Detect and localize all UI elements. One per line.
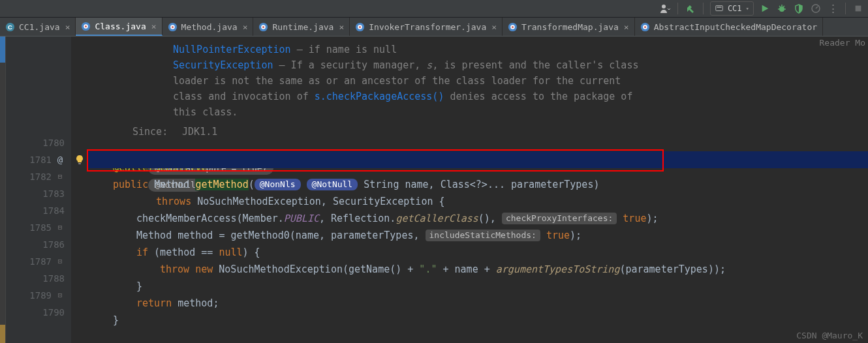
- svg-point-27: [512, 26, 514, 28]
- margin-icons: [71, 37, 88, 343]
- fold-icon[interactable]: ⊟: [55, 219, 65, 236]
- run-icon[interactable]: [759, 3, 771, 14]
- svg-rect-31: [78, 163, 81, 164]
- param-hint: includeStaticMethods:: [426, 230, 540, 241]
- svg-point-0: [662, 5, 666, 8]
- svg-rect-1: [716, 6, 723, 11]
- tab-label: Runtime.java: [272, 22, 333, 32]
- svg-text:C: C: [8, 24, 12, 31]
- gutter: 1780 1781@ 1782⊟ 1783 1784 1785⊟ 1786 17…: [6, 37, 71, 343]
- close-icon[interactable]: ×: [491, 22, 497, 32]
- intention-bulb-icon[interactable]: [74, 154, 85, 166]
- param-hint: checkProxyInterfaces:: [502, 213, 617, 224]
- param-hint: @NotNull: [307, 179, 358, 190]
- reader-mode-label[interactable]: Reader Mo: [820, 38, 865, 48]
- tab-label: Class.java: [95, 22, 146, 31]
- svg-rect-2: [717, 7, 721, 7]
- javadoc-rendered: NullPointerException – if name is null S…: [88, 37, 868, 142]
- stop-icon[interactable]: [852, 3, 864, 14]
- tab-abstractinput[interactable]: AbstractInputCheckedMapDecorator: [635, 18, 823, 36]
- fold-icon[interactable]: ⊟: [55, 168, 65, 185]
- profile-icon[interactable]: [810, 3, 822, 14]
- left-stripe: [0, 37, 6, 343]
- close-icon[interactable]: ×: [65, 22, 70, 32]
- debug-icon[interactable]: [776, 3, 788, 14]
- fold-end-icon[interactable]: ⊡: [55, 253, 65, 270]
- svg-rect-10: [856, 6, 861, 12]
- close-icon[interactable]: ×: [151, 22, 157, 31]
- close-icon[interactable]: ×: [243, 22, 248, 32]
- tab-label: TransformedMap.java: [521, 22, 619, 32]
- param-hint: @NonNls: [255, 179, 301, 190]
- svg-point-21: [262, 26, 264, 28]
- close-icon[interactable]: ×: [339, 22, 344, 32]
- run-config-label: CC1: [728, 4, 742, 13]
- tab-class[interactable]: Class.java ×: [76, 18, 162, 36]
- code-editor[interactable]: 1780 1781@ 1782⊟ 1783 1784 1785⊟ 1786 17…: [0, 37, 868, 343]
- chevron-down-icon: ▾: [746, 5, 749, 12]
- more-icon[interactable]: ⋮: [827, 3, 839, 14]
- user-icon[interactable]: [659, 3, 671, 14]
- svg-point-30: [644, 26, 646, 28]
- watermark: CSDN @Mauro_K: [796, 331, 863, 340]
- tab-transformedmap[interactable]: TransformedMap.java ×: [503, 18, 635, 36]
- fold-end-icon[interactable]: ⊡: [55, 287, 65, 304]
- svg-point-24: [359, 26, 361, 28]
- code-area[interactable]: NullPointerException – if name is null S…: [88, 37, 868, 343]
- tab-label: Method.java: [181, 22, 238, 32]
- method-name: getMethod: [195, 179, 248, 190]
- svg-line-7: [779, 6, 781, 7]
- svg-line-8: [783, 6, 784, 7]
- main-toolbar: CC1 ▾ ⋮: [0, 0, 868, 18]
- build-hammer-icon[interactable]: [685, 3, 696, 14]
- editor-tabs: C CC1.java × Class.java × Method.java × …: [0, 18, 868, 37]
- close-icon[interactable]: ×: [624, 22, 629, 32]
- caret-line-highlight: [88, 151, 868, 168]
- tab-label: AbstractInputCheckedMapDecorator: [654, 22, 817, 32]
- tab-runtime[interactable]: Runtime.java ×: [253, 18, 350, 36]
- tab-cc1[interactable]: C CC1.java ×: [0, 18, 76, 36]
- tab-method[interactable]: Method.java ×: [163, 18, 254, 36]
- tab-label: InvokerTransformer.java: [369, 22, 486, 32]
- tab-invoker[interactable]: InvokerTransformer.java ×: [350, 18, 503, 36]
- tab-label: CC1.java: [19, 22, 60, 32]
- svg-point-15: [85, 25, 87, 27]
- run-config-selector[interactable]: CC1 ▾: [710, 1, 754, 16]
- coverage-icon[interactable]: [793, 3, 805, 14]
- svg-point-18: [172, 26, 174, 28]
- override-icon[interactable]: @: [55, 151, 65, 168]
